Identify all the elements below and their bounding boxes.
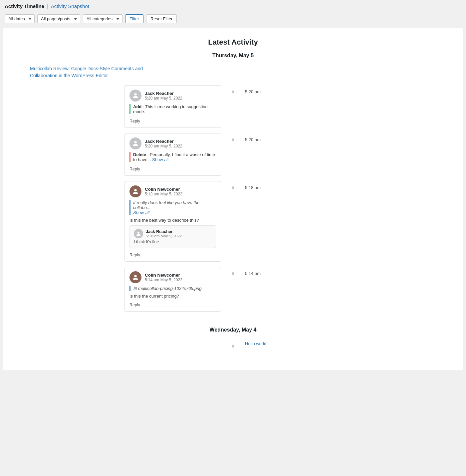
nested-author-info-3: Jack Reacher 5:18 am May 5, 2022 <box>146 229 182 238</box>
avatar-4 <box>129 271 141 283</box>
hello-world-link[interactable]: Hello world! <box>245 341 268 346</box>
attachment-container-4: ⊟ multicollab-pricing-1024x765.png <box>129 286 216 291</box>
timeline-entry-1: Jack Reacher 5:20 am May 5, 2022 Add : T… <box>116 85 350 128</box>
nested-reply-card-3: Jack Reacher 5:18 am May 5, 2022 I think… <box>129 225 216 248</box>
author-info-4: Colin Newcomer 5:14 am May 5, 2022 <box>145 273 182 282</box>
attachment-name-4: multicollab-pricing-1024x765.png <box>138 286 202 291</box>
author-info-1: Jack Reacher 5:20 am May 5, 2022 <box>145 91 182 101</box>
attachment-line-4: ⊟ multicollab-pricing-1024x765.png <box>133 286 216 291</box>
filter-bar: All dates All pages/posts All categories… <box>0 12 466 28</box>
comment-header-2: Jack Reacher 5:20 am May 5, 2022 <box>129 137 216 149</box>
author-date-1: 5:20 am May 5, 2022 <box>145 96 182 101</box>
reply-link-3[interactable]: Reply <box>129 253 140 257</box>
avatar-3 <box>129 185 141 197</box>
timeline-container-thursday: Jack Reacher 5:20 am May 5, 2022 Add : T… <box>10 85 456 317</box>
timeline-entry-4: Colin Newcomer 5:14 am May 5, 2022 ⊟ mul… <box>116 267 350 312</box>
author-date-4: 5:14 am May 5, 2022 <box>145 278 182 282</box>
reply-link-1[interactable]: Reply <box>129 119 140 123</box>
author-info-2: Jack Reacher 5:20 am May 5, 2022 <box>145 139 182 148</box>
comment-card-4: Colin Newcomer 5:14 am May 5, 2022 ⊟ mul… <box>124 267 221 312</box>
entry-card-side-4: Colin Newcomer 5:14 am May 5, 2022 ⊟ mul… <box>116 267 231 312</box>
svg-point-3 <box>137 232 139 234</box>
entry-time-2: 5:20 am <box>235 133 350 142</box>
entry-right-content-wed: Hello world! <box>235 340 350 346</box>
timeline-dot-wed-1 <box>231 344 235 348</box>
entry-card-side-1: Jack Reacher 5:20 am May 5, 2022 Add : T… <box>116 85 231 128</box>
show-all-2[interactable]: Show all <box>152 157 168 162</box>
author-name-4: Colin Newcomer <box>145 273 182 278</box>
svg-point-0 <box>134 93 136 96</box>
svg-point-2 <box>134 189 136 191</box>
timeline-entry-2: Jack Reacher 5:20 am May 5, 2022 Delete … <box>116 133 350 176</box>
filter-button[interactable]: Filter <box>125 14 143 23</box>
entry-time-1: 5:20 am <box>235 85 350 94</box>
suggestion-text-1: : This is me working in suggestion mode. <box>133 104 208 114</box>
author-date-2: 5:20 am May 5, 2022 <box>145 144 182 148</box>
author-name-3: Colin Newcomer <box>145 187 182 192</box>
comment-header-4: Colin Newcomer 5:14 am May 5, 2022 <box>129 271 216 283</box>
activity-timeline-link[interactable]: Activity Timeline <box>5 3 44 9</box>
nested-avatar-3 <box>134 229 143 238</box>
suggestion-quote-3: It really does feel like you have the co… <box>129 200 216 215</box>
author-info-3: Colin Newcomer 5:13 am May 5, 2022 <box>145 187 182 196</box>
time-label-3: 5:18 am <box>245 185 261 190</box>
activity-snapshot-link[interactable]: Activity Snapshot <box>51 3 89 9</box>
timeline-entry-3: Colin Newcomer 5:13 am May 5, 2022 It re… <box>116 181 350 262</box>
comment-text-4: Is this the current pricing? <box>129 294 216 299</box>
avatar-2 <box>129 137 141 149</box>
post-title-link[interactable]: Multicollab Review: Google Docs-Style Co… <box>30 66 143 78</box>
timeline-dot-2 <box>231 138 235 142</box>
nested-author-date-3: 5:18 am May 5, 2022 <box>146 234 182 238</box>
show-all-3[interactable]: Show all <box>133 210 149 215</box>
time-label-1: 5:20 am <box>245 89 261 94</box>
timeline-container-wednesday: Hello world! <box>10 340 456 354</box>
timeline-dot-3 <box>231 186 235 190</box>
timeline-dot-4 <box>231 272 235 276</box>
entry-card-side-2: Jack Reacher 5:20 am May 5, 2022 Delete … <box>116 133 231 176</box>
day-heading-thursday: Thursday, May 5 <box>10 53 456 59</box>
reply-link-4[interactable]: Reply <box>129 303 140 307</box>
categories-filter[interactable]: All categories <box>83 14 122 23</box>
comment-header-3: Colin Newcomer 5:13 am May 5, 2022 <box>129 185 216 197</box>
comment-card-2: Jack Reacher 5:20 am May 5, 2022 Delete … <box>124 133 221 176</box>
nested-text-3: I think it's fine <box>134 240 212 244</box>
reset-filter-button[interactable]: Reset Filter <box>146 14 177 23</box>
dates-filter[interactable]: All dates <box>5 14 35 23</box>
author-name-1: Jack Reacher <box>145 91 182 96</box>
comment-text-3: Is this the best way to describe this? <box>129 218 216 223</box>
day-heading-wednesday: Wednesday, May 4 <box>10 327 456 333</box>
avatar-1 <box>129 90 141 102</box>
entry-time-4: 5:14 am <box>235 267 350 276</box>
entry-time-3: 5:18 am <box>235 181 350 190</box>
main-content: Latest Activity Thursday, May 5 Multicol… <box>3 28 463 370</box>
svg-point-4 <box>134 275 136 277</box>
suggestion-label-1: Add <box>133 104 141 109</box>
suggestion-delete-2: Delete : Personally, I find it a waste o… <box>129 152 216 162</box>
quote-text-3: It really does feel like you have the co… <box>133 200 216 210</box>
comment-card-3: Colin Newcomer 5:13 am May 5, 2022 It re… <box>124 181 221 262</box>
time-label-4: 5:14 am <box>245 271 261 276</box>
attachment-icon-4: ⊟ <box>133 286 137 291</box>
post-title-area: Multicollab Review: Google Docs-Style Co… <box>30 65 156 79</box>
timeline-entry-wednesday-1: Hello world! <box>116 340 350 348</box>
svg-point-1 <box>134 141 136 143</box>
suggestion-label-2: Delete <box>133 152 146 157</box>
timeline-dot-1 <box>231 90 235 94</box>
comment-header-1: Jack Reacher 5:20 am May 5, 2022 <box>129 90 216 102</box>
nested-author-name-3: Jack Reacher <box>146 229 182 234</box>
entry-card-side-3: Colin Newcomer 5:13 am May 5, 2022 It re… <box>116 181 231 262</box>
day-section-wednesday: Wednesday, May 4 Hello world! <box>10 327 456 354</box>
nav-separator: | <box>47 3 48 9</box>
nested-header-3: Jack Reacher 5:18 am May 5, 2022 <box>134 229 212 238</box>
pages-posts-filter[interactable]: All pages/posts <box>37 14 80 23</box>
author-date-3: 5:13 am May 5, 2022 <box>145 192 182 196</box>
top-navigation: Activity Timeline | Activity Snapshot <box>0 0 466 12</box>
suggestion-add-1: Add : This is me working in suggestion m… <box>129 104 216 114</box>
reply-link-2[interactable]: Reply <box>129 167 140 171</box>
time-label-2: 5:20 am <box>245 137 261 142</box>
comment-card-1: Jack Reacher 5:20 am May 5, 2022 Add : T… <box>124 85 221 128</box>
day-section-thursday: Thursday, May 5 Multicollab Review: Goog… <box>10 53 456 317</box>
author-name-2: Jack Reacher <box>145 139 182 144</box>
latest-activity-title: Latest Activity <box>10 38 456 47</box>
